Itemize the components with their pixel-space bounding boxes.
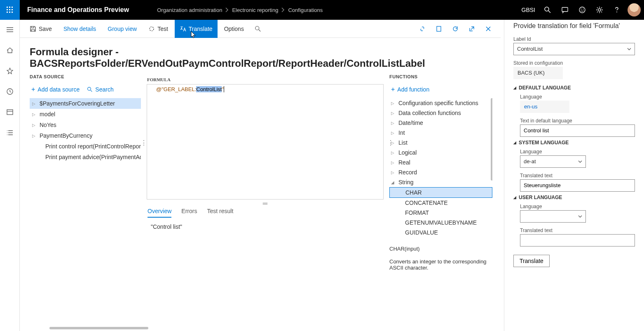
chevron-right-icon[interactable]: ▷ [32, 134, 36, 138]
chevron-down-icon[interactable]: ◢ [391, 180, 395, 185]
text-default-input[interactable] [520, 124, 635, 137]
datasource-item-label: NoYes [40, 122, 56, 128]
datasource-item[interactable]: ▷$PaymentsForCoveringLetter [30, 98, 141, 109]
formula-editor[interactable]: FORMULA @"GER_LABEL:ControlList" ⋮ ⋮ [147, 84, 384, 200]
company-code[interactable]: GBSI [522, 7, 535, 13]
datasource-heading: DATA SOURCE [30, 74, 141, 79]
scrollbar[interactable] [491, 98, 492, 181]
datasource-item[interactable]: ▷model [30, 109, 141, 120]
settings-button[interactable] [591, 0, 608, 20]
datasource-item[interactable]: Print control report(PrintControlReport [30, 141, 141, 152]
section-default-language[interactable]: ◢DEFAULT LANGUAGE [513, 85, 635, 91]
datasource-item-label: model [40, 111, 55, 117]
label-id-combo[interactable]: ControlList [513, 43, 635, 55]
show-details-button[interactable]: Show details [59, 20, 101, 38]
function-group[interactable]: ▷Real [389, 157, 492, 167]
smile-button[interactable] [574, 0, 590, 20]
translated-text-input[interactable] [520, 179, 635, 192]
translate-button[interactable]: Translate [175, 20, 218, 38]
label-id-label: Label Id [513, 36, 635, 42]
tab-overview[interactable]: Overview [148, 208, 171, 218]
functions-heading: FUNCTIONS [389, 74, 492, 79]
datasource-item[interactable]: ▷NoYes [30, 120, 141, 130]
nav-recent[interactable] [3, 85, 16, 98]
svg-point-9 [545, 7, 549, 11]
function-group-label: Record [398, 169, 417, 176]
function-item[interactable]: FORMAT [389, 208, 492, 218]
chevron-right-icon[interactable]: ▷ [391, 121, 395, 125]
chevron-right-icon[interactable]: ▷ [391, 141, 395, 145]
function-group[interactable]: ▷List [389, 138, 492, 148]
chevron-right-icon[interactable]: ▷ [391, 150, 395, 155]
popout-icon [468, 26, 475, 32]
user-translated-input[interactable] [520, 234, 635, 246]
search-icon [255, 26, 261, 32]
add-function-button[interactable]: +Add function [391, 86, 429, 93]
help-button[interactable] [609, 0, 625, 20]
search-cmd-button[interactable] [251, 21, 265, 36]
function-group[interactable]: ▷Logical [389, 148, 492, 157]
chevron-right-icon [281, 7, 285, 12]
chevron-right-icon[interactable]: ▷ [391, 170, 395, 175]
breadcrumb-item[interactable]: Configurations [288, 7, 323, 13]
functions-pane: FUNCTIONS +Add function ▷Configuration s… [389, 74, 492, 331]
breadcrumb-item[interactable]: Organization administration [157, 7, 222, 13]
attach-button[interactable] [415, 21, 430, 36]
datasource-item[interactable]: Print payment advice(PrintPaymentAdv [30, 152, 141, 162]
close-page-button[interactable] [481, 21, 496, 36]
function-item[interactable]: GUIDVALUE [389, 228, 492, 237]
function-item-label: CONCATENATE [405, 200, 448, 206]
refresh-button[interactable] [448, 21, 463, 36]
app-launcher[interactable] [0, 0, 20, 20]
function-group[interactable]: ▷Int [389, 128, 492, 138]
nav-modules[interactable] [3, 126, 16, 139]
chevron-right-icon[interactable]: ▷ [32, 101, 36, 106]
function-help: CHAR(input) Converts an integer to the c… [389, 246, 492, 271]
nav-favorites[interactable] [3, 64, 16, 77]
nav-workspaces[interactable] [3, 106, 16, 119]
chevron-right-icon[interactable]: ▷ [32, 112, 36, 117]
tab-errors[interactable]: Errors [181, 208, 197, 218]
feedback-button[interactable] [557, 0, 573, 20]
section-user-language[interactable]: ◢USER LANGUAGE [513, 195, 635, 200]
section-system-language[interactable]: ◢SYSTEM LANGUAGE [513, 140, 635, 146]
add-datasource-button[interactable]: +Add data source [31, 86, 80, 93]
system-lang-combo[interactable]: de-at [520, 155, 586, 168]
nav-home[interactable] [3, 44, 16, 57]
function-group[interactable]: ▷Data collection functions [389, 108, 492, 118]
search-button[interactable] [539, 0, 556, 20]
datasource-pane: DATA SOURCE +Add data source Search ▷$Pa… [30, 74, 141, 331]
breadcrumb-item[interactable]: Electronic reporting [232, 7, 278, 13]
options-button[interactable]: Options [219, 20, 249, 38]
group-view-button[interactable]: Group view [103, 20, 142, 38]
svg-point-14 [583, 9, 584, 9]
nav-collapse[interactable] [3, 23, 16, 36]
chevron-right-icon[interactable]: ▷ [391, 131, 395, 135]
function-group[interactable]: ◢String [389, 177, 492, 187]
test-button[interactable]: Test [143, 20, 173, 38]
function-item[interactable]: CHAR [389, 187, 492, 198]
function-item[interactable]: GETENUMVALUEBYNAME [389, 218, 492, 228]
chevron-right-icon[interactable]: ▷ [391, 160, 395, 165]
function-item[interactable]: CONCATENATE [389, 198, 492, 208]
user-lang-combo[interactable] [520, 210, 586, 223]
function-group[interactable]: ▷Configuration specific functions [389, 98, 492, 108]
function-item-label: GUIDVALUE [405, 229, 438, 236]
svg-line-25 [91, 90, 92, 92]
office-button[interactable] [431, 21, 446, 36]
tab-test-result[interactable]: Test result [207, 208, 233, 218]
save-button[interactable]: Save [25, 20, 57, 38]
chevron-right-icon[interactable]: ▷ [391, 111, 395, 115]
datasource-item[interactable]: ▷PaymentByCurrency [30, 130, 141, 141]
chevron-right-icon[interactable]: ▷ [391, 101, 395, 106]
chevron-right-icon[interactable]: ▷ [32, 123, 36, 127]
horizontal-splitter[interactable]: ═ [147, 200, 384, 208]
search-datasource-button[interactable]: Search [87, 86, 113, 93]
function-group[interactable]: ▷Record [389, 167, 492, 177]
grip-vertical-icon[interactable]: ⋮ [141, 142, 143, 148]
user-avatar[interactable] [628, 3, 641, 16]
function-group[interactable]: ▷Date/time [389, 118, 492, 128]
horizontal-scrollbar[interactable] [49, 327, 148, 329]
translate-action-button[interactable]: Translate [513, 255, 550, 267]
popout-button[interactable] [464, 21, 479, 36]
